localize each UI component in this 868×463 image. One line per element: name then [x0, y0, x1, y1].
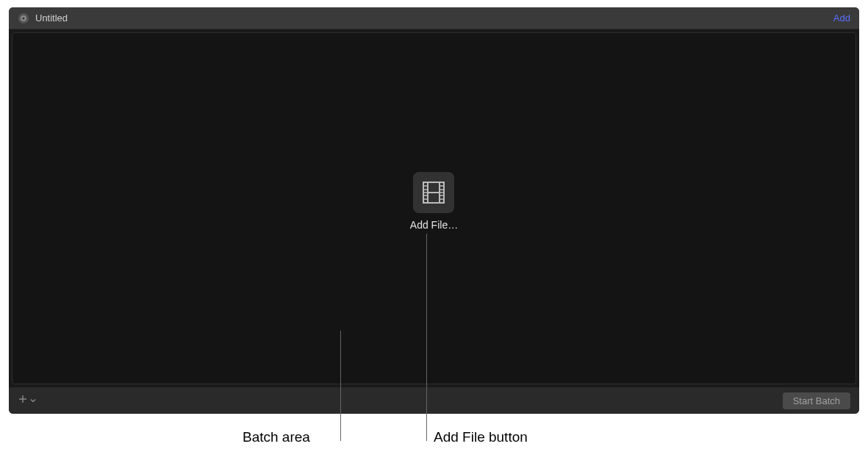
chevron-down-icon	[29, 394, 37, 407]
window-header: Untitled Add	[9, 7, 859, 29]
annotation-label-batch-area: Batch area	[243, 429, 310, 445]
add-button[interactable]: Add	[833, 12, 850, 24]
window-footer: Start Batch	[9, 387, 859, 414]
film-strip-icon	[413, 172, 454, 213]
app-window: Untitled Add	[9, 7, 859, 414]
batch-area[interactable]: Add File…	[12, 32, 856, 384]
window-title: Untitled	[35, 12, 833, 24]
start-batch-button[interactable]: Start Batch	[783, 392, 850, 409]
add-dropdown-button[interactable]	[18, 394, 37, 407]
add-file-label: Add File…	[410, 219, 458, 231]
annotation-line	[340, 331, 341, 441]
plus-icon	[18, 394, 28, 407]
annotation-line	[426, 234, 427, 441]
svg-point-2	[23, 17, 25, 19]
add-file-button[interactable]: Add File…	[410, 172, 458, 231]
compressor-app-icon	[18, 12, 29, 24]
annotation-label-add-file: Add File button	[434, 429, 528, 445]
